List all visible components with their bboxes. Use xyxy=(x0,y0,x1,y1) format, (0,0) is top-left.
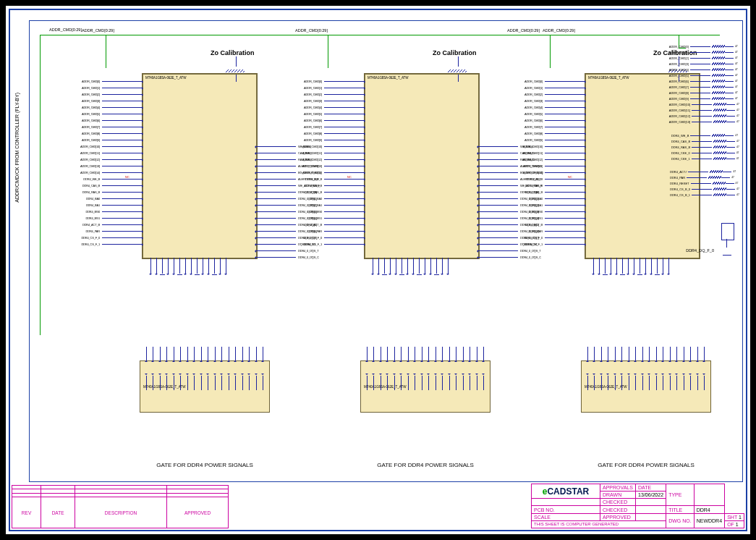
pin-DDR4_BA1: DDR4_BA1 xyxy=(86,202,142,208)
bus-horizontal xyxy=(40,35,720,35)
pin-ADDR_CMD[13]: ADDR_CMD[13] xyxy=(523,163,585,169)
pin-DDR4_BA0: DDR4_BA0 xyxy=(86,195,142,202)
cadstar-logo: eCADSTAR xyxy=(543,486,589,497)
pin-ADDR_CMD[9]: ADDR_CMD[9] xyxy=(82,137,142,143)
chip-2-pins-left: ADDR_CMD[0]ADDR_CMD[1]ADDR_CMD[2]ADDR_CM… xyxy=(300,78,364,248)
pin-ADDR_CMD[1]: ADDR_CMD[1] xyxy=(524,85,585,91)
pin-ADDR_CMD[4]: ADDR_CMD[4] xyxy=(82,104,142,111)
pin-DDR4_RAS_B: DDR4_RAS_B xyxy=(305,189,364,195)
red-note-2: NC xyxy=(347,175,352,179)
pin-ADDR_CMD[5]: ADDR_CMD[5] xyxy=(82,111,142,117)
pin-ADDR_CMD[14]: ADDR_CMD[14] xyxy=(302,169,364,176)
pin-ADDR_CMD[6]: ADDR_CMD[6] xyxy=(524,117,585,124)
pin-DDR4_CAS_B: DDR4_CAS_B xyxy=(525,182,585,189)
term-ADDR_CMD[1]: ADDR_CMD[1]47 xyxy=(669,49,739,55)
pin-ADDR_CMD[12]: ADDR_CMD[12] xyxy=(523,156,585,163)
pin-ADDR_CMD[2]: ADDR_CMD[2] xyxy=(524,91,585,98)
pin-DDR4_RAS_B: DDR4_RAS_B xyxy=(82,189,142,195)
term-DDR4_RAS_B: DDR4_RAS_B47 xyxy=(671,144,739,150)
pin-ADDR_CMD[4]: ADDR_CMD[4] xyxy=(524,104,585,111)
pin-ADDR_CMD[3]: ADDR_CMD[3] xyxy=(304,98,364,104)
pin-ADDR_CMD[12]: ADDR_CMD[12] xyxy=(302,156,364,163)
pin-ADDR_CMD[2]: ADDR_CMD[2] xyxy=(304,91,364,98)
term-ADDR_CMD[4]: ADDR_CMD[4]47 xyxy=(669,67,739,72)
pin-DDR4_CS_F_0: DDR4_CS_F_0 xyxy=(81,235,142,241)
red-note-3: NC xyxy=(568,175,572,179)
term-DDR4_PAR: DDR4_PAR47 xyxy=(670,174,739,180)
term-DDR4_ACT#: DDR4_ACT#47 xyxy=(670,169,739,174)
bus-tap-term-label: ADDR_CMD[0:29] xyxy=(543,28,575,33)
pin-DDR4_BG0: DDR4_BG0 xyxy=(85,208,142,215)
pin-ADDR_CMD[7]: ADDR_CMD[7] xyxy=(82,124,142,130)
pin-DDR4_0_DQS_T: DDR4_0_DQS_T xyxy=(478,248,541,254)
pin-ADDR_CMD[11]: ADDR_CMD[11] xyxy=(523,150,585,156)
pin-ADDR_CMD[10]: ADDR_CMD[10] xyxy=(523,143,585,150)
bus-tap-1 xyxy=(106,35,106,68)
pin-DDR4_CS_F_1: DDR4_CS_F_1 xyxy=(303,241,364,248)
pin-ADDR_CMD[0]: ADDR_CMD[0] xyxy=(524,78,585,85)
chip-3-bot-pins xyxy=(593,258,669,274)
pin-ADDR_CMD[8]: ADDR_CMD[8] xyxy=(524,130,585,137)
bus-tap-1-label: ADDR_CMD[0:29] xyxy=(82,28,114,33)
pin-DDR4_ACT_B: DDR4_ACT_B xyxy=(82,222,142,228)
chip-1-pins-right: WE_B/A14CAS_B/A15RAS_B/A16ALERT#_TEN/NCB… xyxy=(256,143,285,261)
pin-DDR4_PAR: DDR4_PAR xyxy=(86,228,142,235)
pin-DDR4_0_DQS_C: DDR4_0_DQS_C xyxy=(256,254,319,261)
pin-DDR4_CS_F_0: DDR4_CS_F_0 xyxy=(524,235,585,241)
term-DDR4_WE_B: DDR4_WE_B47 xyxy=(671,132,739,138)
title-block: eCADSTAR APPROVALS DATE TYPE DRAWN 13/06… xyxy=(531,484,744,528)
gate-chip-3: MT40A1G8SA-062E_T_ATW xyxy=(581,360,711,413)
pin-ADDR_CMD[3]: ADDR_CMD[3] xyxy=(524,98,585,104)
term-ADDR_CMD[7]: ADDR_CMD[7]47 xyxy=(669,84,739,90)
pin-DDR4_RAS_B: DDR4_RAS_B xyxy=(525,189,585,195)
pin-DDR4_CAS_B: DDR4_CAS_B xyxy=(305,182,364,189)
pin-DDR4_ACT_B: DDR4_ACT_B xyxy=(525,222,585,228)
pin-ADDR_CMD[10]: ADDR_CMD[10] xyxy=(302,143,364,150)
pin-ADDR_CMD[11]: ADDR_CMD[11] xyxy=(80,150,142,156)
ddr4-chip-1: MT40A1G8SA-062E_T_ATW xyxy=(142,73,258,259)
pin-DDR4_WE_B: DDR4_WE_B xyxy=(305,176,364,182)
terminator-cluster-3: DDR4_ACT#47DDR4_PAR47DDR4_RESET47DDR4_CS… xyxy=(670,169,739,198)
term-ADDR_CMD[5]: ADDR_CMD[5]47 xyxy=(669,72,739,78)
pin-ADDR_CMD[14]: ADDR_CMD[14] xyxy=(80,169,142,176)
pin-ADDR_CMD[6]: ADDR_CMD[6] xyxy=(82,117,142,124)
gate-chip-2: MT40A1G8SA-062E_T_ATW xyxy=(360,360,490,413)
zo-graphic-1 xyxy=(223,56,252,91)
term-DDR4_CKE_1: DDR4_CKE_147 xyxy=(671,156,739,161)
pin-ADDR_CMD[13]: ADDR_CMD[13] xyxy=(80,163,142,169)
term-ADDR_CMD[11]: ADDR_CMD[11]47 xyxy=(669,107,739,113)
pin-ADDR_CMD[12]: ADDR_CMD[12] xyxy=(80,156,142,163)
term-ADDR_CMD[8]: ADDR_CMD[8]47 xyxy=(669,90,739,96)
pin-ADDR_CMD[14]: ADDR_CMD[14] xyxy=(523,169,585,176)
pin-ADDR_CMD[7]: ADDR_CMD[7] xyxy=(524,124,585,130)
chip-1-bot-pins xyxy=(150,258,226,274)
gate-label-3: GATE FOR DDR4 POWER SIGNALS xyxy=(574,462,718,468)
pin-ADDR_CMD[7]: ADDR_CMD[7] xyxy=(304,124,364,130)
term-DDR4_CKE_0: DDR4_CKE_047 xyxy=(671,150,739,156)
pin-ADDR_CMD[4]: ADDR_CMD[4] xyxy=(304,104,364,111)
side-fly-by-label: ADDR/CMD/CK FROM CONTROLLER (FLY-BY) xyxy=(14,93,20,203)
pin-DDR4_BG1: DDR4_BG1 xyxy=(307,215,364,222)
pin-ADDR_CMD[0]: ADDR_CMD[0] xyxy=(304,78,364,85)
pin-DDR4_BA0: DDR4_BA0 xyxy=(529,195,585,202)
pin-ADDR_CMD[5]: ADDR_CMD[5] xyxy=(304,111,364,117)
chip-3-partnum: MT40A1G8SA-062E_T_ATW xyxy=(588,76,629,80)
terminator-cluster-1: ADDR_CMD[0]47ADDR_CMD[1]47ADDR_CMD[2]47A… xyxy=(669,43,739,125)
pin-ADDR_CMD[5]: ADDR_CMD[5] xyxy=(524,111,585,117)
gate-label-2: GATE FOR DDR4 POWER SIGNALS xyxy=(353,462,498,468)
red-note-1: NC xyxy=(125,175,129,179)
term-DDR4_RESET: DDR4_RESET47 xyxy=(670,180,739,186)
gate-label-1: GATE FOR DDR4 POWER SIGNALS xyxy=(132,462,277,468)
term-ADDR_CMD[10]: ADDR_CMD[10]47 xyxy=(669,101,739,107)
pin-ADDR_CMD[9]: ADDR_CMD[9] xyxy=(304,137,364,143)
terminator-cluster-2: DDR4_WE_B47DDR4_CAS_B47DDR4_RAS_B47DDR4_… xyxy=(671,132,739,161)
pin-DDR4_BA0: DDR4_BA0 xyxy=(308,195,364,202)
gate-2-part: MT40A1G8SA-062E_T_ATW xyxy=(364,385,406,389)
bus-tap-3 xyxy=(550,35,551,68)
pin-DDR4_WE_B: DDR4_WE_B xyxy=(83,176,142,182)
pin-ADDR_CMD[3]: ADDR_CMD[3] xyxy=(82,98,142,104)
chip-2-bot-pins xyxy=(373,258,449,274)
gate-1-part: MT40A1G8SA-062E_T_ATW xyxy=(143,385,185,389)
pin-ADDR_CMD[8]: ADDR_CMD[8] xyxy=(82,130,142,137)
pin-ADDR_CMD[1]: ADDR_CMD[1] xyxy=(304,85,364,91)
